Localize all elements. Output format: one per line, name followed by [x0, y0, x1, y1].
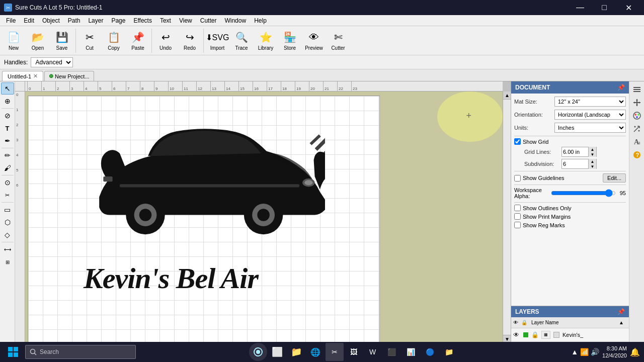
import-button[interactable]: ⬇SVG Import	[206, 28, 229, 54]
magic-icon[interactable]	[631, 123, 643, 135]
workspace-alpha-slider[interactable]	[551, 189, 616, 197]
menu-text[interactable]: Text	[156, 16, 175, 25]
font-icon[interactable]: Aa	[631, 136, 643, 148]
layer-eye-kevins[interactable]: 👁	[513, 331, 521, 338]
text-tool[interactable]: T	[1, 122, 14, 134]
show-print-checkbox[interactable]	[514, 213, 521, 220]
vertical-scrollbar[interactable]: ▲ ▼	[503, 92, 511, 343]
menu-page[interactable]: Page	[107, 16, 129, 25]
menu-effects[interactable]: Effects	[129, 16, 155, 25]
menu-window[interactable]: Window	[220, 16, 250, 25]
handles-select[interactable]: Advanced Basic Custom	[31, 57, 73, 67]
palette-icon[interactable]	[631, 110, 643, 122]
save-button[interactable]: 💾 Save	[50, 28, 73, 54]
grid-tool[interactable]: ⊞	[1, 256, 14, 268]
taskbar-cortana[interactable]	[249, 343, 267, 361]
measure-tool[interactable]: ⟷	[1, 243, 14, 255]
units-select[interactable]: Inches Centimeters Millimeters	[554, 123, 626, 133]
taskbar-file-explorer[interactable]: 📁	[287, 343, 305, 361]
show-grid-checkbox[interactable]	[514, 138, 521, 145]
store-button[interactable]: 🏪 Store	[278, 28, 301, 54]
layer-lock-kevins[interactable]: 🔒	[531, 331, 539, 338]
taskbar-app7[interactable]: ⬛	[383, 343, 401, 361]
grid-lines-up[interactable]: ▲	[588, 147, 596, 152]
system-clock[interactable]: 8:30 AM 12/4/2020	[602, 345, 627, 359]
layers-scroll-up[interactable]: ▲	[619, 320, 624, 325]
menu-layer[interactable]: Layer	[84, 16, 107, 25]
canvas-content[interactable]: Kevin's Bel Air +	[25, 92, 503, 343]
orientation-select[interactable]: Horizontal (Landscap Vertical (Portrait)	[554, 110, 626, 120]
grid-lines-down[interactable]: ▼	[588, 152, 596, 157]
library-button[interactable]: ⭐ Library	[254, 28, 277, 54]
shape-tool[interactable]: ⊕	[1, 95, 14, 107]
taskbar-scal[interactable]: ✂	[326, 343, 344, 361]
menu-file[interactable]: File	[2, 16, 20, 25]
scroll-up-button[interactable]: ▲	[503, 92, 511, 100]
taskbar-edge[interactable]: 🌐	[306, 343, 325, 361]
trace-button[interactable]: 🔍 Trace	[230, 28, 253, 54]
tray-arrow[interactable]: ▲	[571, 348, 578, 356]
diamond-tool[interactable]: ◇	[1, 229, 14, 241]
open-button[interactable]: 📂 Open	[26, 28, 49, 54]
taskbar-app8[interactable]: 📊	[402, 343, 420, 361]
menu-view[interactable]: View	[175, 16, 196, 25]
tab-close-button[interactable]: ✕	[33, 73, 38, 79]
taskbar-word[interactable]: W	[364, 343, 382, 361]
paint-tool[interactable]: 🖌	[1, 162, 14, 174]
menu-cutter[interactable]: Cutter	[196, 16, 221, 25]
minimize-button[interactable]: —	[569, 0, 592, 15]
show-reg-checkbox[interactable]	[514, 222, 521, 228]
mat-size-select[interactable]: 12" x 24" 12" x 12" 24" x 24"	[554, 97, 626, 107]
scrollbar-track-v[interactable]	[503, 100, 511, 335]
properties-icon[interactable]	[631, 83, 643, 96]
tray-volume[interactable]: 🔊	[591, 348, 599, 356]
start-button[interactable]	[4, 343, 22, 361]
layer-item-kevins[interactable]: 👁 🔒 ▦ Kevin's_	[511, 328, 629, 341]
undo-button[interactable]: ↩ Undo	[154, 28, 177, 54]
rectangle-tool[interactable]: ▭	[1, 204, 14, 216]
paste-button[interactable]: 📌 Paste	[126, 28, 149, 54]
subdivision-up[interactable]: ▲	[588, 159, 596, 164]
edit-guidelines-button[interactable]: Edit...	[603, 173, 626, 183]
menu-help[interactable]: Help	[250, 16, 271, 25]
tray-network[interactable]: 📶	[580, 348, 589, 356]
search-box[interactable]: Search	[25, 345, 136, 359]
cut-button[interactable]: ✂ Cut	[78, 28, 101, 54]
preview-button[interactable]: 👁 Preview	[302, 28, 326, 54]
pencil-tool[interactable]: ✏	[1, 149, 14, 161]
show-guidelines-checkbox[interactable]	[514, 175, 521, 182]
select-tool[interactable]: ↖	[1, 82, 14, 95]
subdivision-field[interactable]	[562, 159, 588, 168]
doc-pin-button[interactable]: 📌	[617, 84, 625, 91]
show-reg-label[interactable]: Show Reg Marks	[523, 222, 565, 228]
close-button[interactable]: ✕	[617, 0, 640, 15]
show-print-label[interactable]: Show Print Margins	[523, 214, 571, 220]
help-icon[interactable]: ?	[631, 149, 643, 161]
node-tool[interactable]: ⊙	[1, 176, 14, 189]
new-button[interactable]: 📄 New	[2, 28, 25, 54]
show-outlines-label[interactable]: Show Outlines Only	[523, 205, 572, 211]
notification-button[interactable]: 🔔	[630, 347, 640, 357]
taskbar-task-view[interactable]: ⬜	[268, 343, 286, 361]
copy-button[interactable]: 📋 Copy	[102, 28, 125, 54]
redo-button[interactable]: ↪ Redo	[178, 28, 201, 54]
cutter-button[interactable]: ✄ Cutter	[327, 28, 350, 54]
subdivision-down[interactable]: ▼	[588, 164, 596, 169]
polygon-tool[interactable]: ⬡	[1, 216, 14, 228]
layers-pin-button[interactable]: 📌	[617, 308, 625, 315]
show-outlines-checkbox[interactable]	[514, 205, 521, 211]
menu-edit[interactable]: Edit	[20, 16, 38, 25]
maximize-button[interactable]: □	[593, 0, 616, 15]
pen-tool[interactable]: ✒	[1, 135, 14, 147]
grid-lines-field[interactable]	[562, 147, 588, 156]
new-project-button[interactable]: ⊕ New Project...	[44, 71, 94, 81]
taskbar-app9[interactable]: 🔵	[421, 343, 439, 361]
taskbar-app10[interactable]: 📁	[440, 343, 458, 361]
circle-tool[interactable]: ⊘	[1, 110, 14, 122]
move-icon[interactable]	[631, 97, 643, 109]
scissors-tool[interactable]: ✂	[1, 189, 14, 201]
menu-path[interactable]: Path	[64, 16, 85, 25]
show-guidelines-label[interactable]: Show Guidelines	[523, 175, 565, 181]
tab-untitled-1[interactable]: Untitled-1 ✕	[2, 71, 43, 81]
show-grid-label[interactable]: Show Grid	[523, 139, 548, 145]
